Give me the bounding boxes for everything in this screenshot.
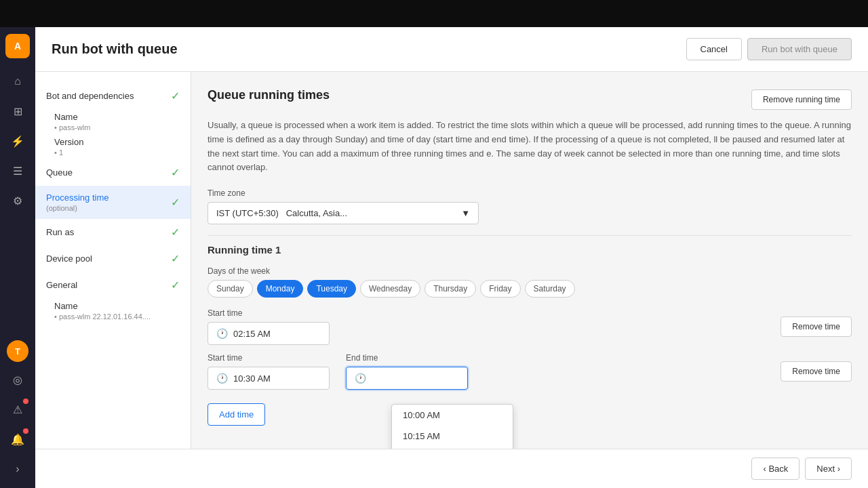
queue-check-icon: ✓ xyxy=(171,166,180,179)
home-nav-icon[interactable]: ⌂ xyxy=(5,69,30,94)
page-header: Run bot with queue Cancel Run bot with q… xyxy=(35,27,868,72)
sidebar-general-label: General xyxy=(46,280,165,290)
start-time-row-1: Start time 🕐 02:15 AM Remove time xyxy=(208,308,852,345)
settings-nav-icon[interactable]: ⚙ xyxy=(5,188,30,213)
timezone-group: Time zone IST (UTC+5:30) Calcutta, Asia.… xyxy=(208,188,852,224)
sidebar-item-content: Bot and dependencies xyxy=(46,91,165,101)
sidebar-item-version[interactable]: Version • 1 xyxy=(35,134,191,159)
run-bot-button[interactable]: Run bot with queue xyxy=(747,38,852,60)
back-button[interactable]: ‹ Back xyxy=(751,458,800,480)
user-avatar[interactable]: T xyxy=(7,340,28,362)
sidebar-item-device-pool[interactable]: Device pool ✓ xyxy=(35,245,191,272)
sidebar-version-subtext: • 1 xyxy=(54,148,180,157)
dropdown-item-1[interactable]: 10:15 AM xyxy=(392,426,513,447)
dropdown-item-0[interactable]: 10:00 AM xyxy=(392,405,513,426)
start-time-value-1: 02:15 AM xyxy=(233,329,271,339)
sidebar-general-name-subtext: • pass-wlm 22.12.01.16.44.... xyxy=(54,312,180,321)
clock-icon-1: 🕐 xyxy=(216,328,228,339)
menu-nav-icon[interactable]: ☰ xyxy=(5,159,30,183)
sidebar-runas-content: Run as xyxy=(46,227,165,237)
clock-icon-2: 🕐 xyxy=(216,373,228,384)
sidebar-devicepool-content: Device pool xyxy=(46,253,165,264)
content-area: Run bot with queue Cancel Run bot with q… xyxy=(35,27,868,488)
header-actions: Cancel Run bot with queue xyxy=(686,38,852,60)
sidebar-name-content: Name • pass-wlm xyxy=(54,112,180,131)
remove-time-button-1[interactable]: Remove time xyxy=(781,317,852,337)
sidebar-general-name-content: Name • pass-wlm 22.12.01.16.44.... xyxy=(54,301,180,321)
devicepool-check-icon: ✓ xyxy=(171,252,180,265)
start-time-input-1[interactable]: 🕐 02:15 AM xyxy=(208,322,330,345)
sidebar-runas-label: Run as xyxy=(46,227,165,237)
target-nav-icon[interactable]: ◎ xyxy=(5,367,30,392)
day-wednesday[interactable]: Wednesday xyxy=(360,280,420,298)
page-footer: ‹ Back Next › xyxy=(35,449,868,488)
next-button[interactable]: Next › xyxy=(805,458,852,480)
dropdown-item-2[interactable]: 10:30 AM xyxy=(392,447,513,449)
start-time-row-2: Start time 🕐 10:30 AM End time 🕐 xyxy=(208,353,852,390)
bell-notif-dot xyxy=(23,428,28,434)
sidebar-item-run-as[interactable]: Run as ✓ xyxy=(35,219,191,245)
days-label: Days of the week xyxy=(208,266,852,276)
day-saturday[interactable]: Saturday xyxy=(525,280,575,298)
sidebar-item-general[interactable]: General ✓ xyxy=(35,272,191,298)
section-title: Queue running times xyxy=(208,88,330,102)
warning-nav-wrapper: ⚠ xyxy=(5,397,30,422)
sidebar-item-name[interactable]: Name • pass-wlm xyxy=(35,109,191,134)
top-bar xyxy=(0,0,868,27)
check-icon: ✓ xyxy=(171,89,180,102)
body-layout: Bot and dependencies ✓ Name • pass-wlm V… xyxy=(35,72,868,449)
day-monday[interactable]: Monday xyxy=(257,280,304,298)
clock-icon-3: 🕐 xyxy=(355,373,366,384)
day-sunday[interactable]: Sunday xyxy=(208,280,253,298)
day-thursday[interactable]: Thursday xyxy=(425,280,476,298)
section-desc: Usually, a queue is processed when a wor… xyxy=(208,119,852,175)
sidebar-queue-content: Queue xyxy=(46,167,165,178)
sidebar-general-content: General xyxy=(46,280,165,290)
sidebar-devicepool-label: Device pool xyxy=(46,253,165,264)
sidebar-name-subtext: • pass-wlm xyxy=(54,123,180,131)
page-title: Run bot with queue xyxy=(52,41,178,57)
add-time-button[interactable]: Add time xyxy=(208,403,265,426)
cancel-button[interactable]: Cancel xyxy=(686,38,742,60)
start-time-input-2[interactable]: 🕐 10:30 AM xyxy=(208,367,330,390)
timezone-value: IST (UTC+5:30) Calcutta, Asia... xyxy=(216,208,347,218)
sidebar-processing-label: Processing time xyxy=(46,192,165,203)
expand-nav-icon[interactable]: › xyxy=(5,457,30,481)
runas-check-icon: ✓ xyxy=(171,226,180,239)
start-time-label-2: Start time xyxy=(208,353,330,363)
bell-nav-wrapper: 🔔 xyxy=(5,427,30,451)
days-group: Days of the week Sunday Monday Tuesday W… xyxy=(208,266,852,298)
main-content: Queue running times Remove running time … xyxy=(191,72,868,449)
end-time-input[interactable]: 🕐 xyxy=(346,367,468,390)
sidebar-item-text: Bot and dependencies xyxy=(46,91,165,101)
grid-nav-icon[interactable]: ⊞ xyxy=(5,99,30,123)
warning-notif-dot xyxy=(23,399,28,404)
logo-icon[interactable]: A xyxy=(5,34,30,58)
sidebar-queue-label: Queue xyxy=(46,167,165,178)
sidebar-item-processing-time[interactable]: Processing time (optional) ✓ xyxy=(35,186,191,219)
left-nav: A ⌂ ⊞ ⚡ ☰ ⚙ T ◎ ⚠ 🔔 › xyxy=(0,27,35,488)
general-check-icon: ✓ xyxy=(171,279,180,291)
sidebar-version-content: Version • 1 xyxy=(54,137,180,157)
remove-time-button-2[interactable]: Remove time xyxy=(781,361,852,382)
sidebar-item-queue[interactable]: Queue ✓ xyxy=(35,159,191,186)
sidebar: Bot and dependencies ✓ Name • pass-wlm V… xyxy=(35,72,191,449)
chevron-down-icon: ▼ xyxy=(461,208,470,218)
day-friday[interactable]: Friday xyxy=(480,280,520,298)
timezone-label: Time zone xyxy=(208,188,852,198)
sidebar-item-general-name[interactable]: Name • pass-wlm 22.12.01.16.44.... xyxy=(35,298,191,323)
timezone-select[interactable]: IST (UTC+5:30) Calcutta, Asia... ▼ xyxy=(208,202,479,224)
divider xyxy=(208,235,852,236)
sidebar-general-name-label: Name xyxy=(54,301,180,311)
sidebar-version-label: Version xyxy=(54,137,180,147)
days-row: Sunday Monday Tuesday Wednesday Thursday… xyxy=(208,280,852,298)
sidebar-processing-content: Processing time (optional) xyxy=(46,192,165,212)
activity-nav-icon[interactable]: ⚡ xyxy=(5,129,30,153)
remove-running-time-button[interactable]: Remove running time xyxy=(751,89,852,110)
time-dropdown: 10:00 AM 10:15 AM 10:30 AM 10:45 AM 11:0… xyxy=(391,404,513,449)
day-tuesday[interactable]: Tuesday xyxy=(307,280,356,298)
dropdown-list: 10:00 AM 10:15 AM 10:30 AM 10:45 AM 11:0… xyxy=(392,405,513,449)
start-time-value-2: 10:30 AM xyxy=(233,373,271,384)
sidebar-item-bot-and-deps[interactable]: Bot and dependencies ✓ xyxy=(35,83,191,109)
processing-check-icon: ✓ xyxy=(171,196,180,209)
